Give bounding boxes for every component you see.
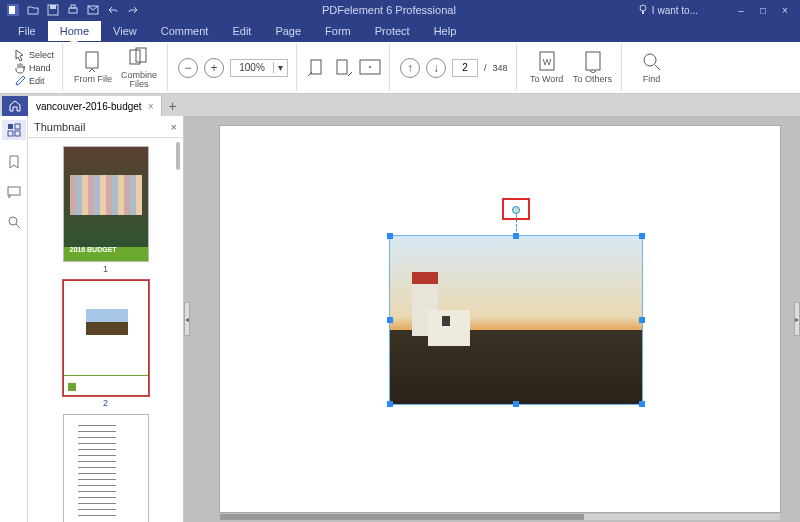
- menu-help[interactable]: Help: [422, 21, 469, 41]
- i-want-to-button[interactable]: I want to...: [638, 4, 698, 16]
- thumbnail-panel-header: Thumbnail ×: [28, 116, 183, 138]
- resize-handle-bc[interactable]: [513, 401, 519, 407]
- resize-handle-bl[interactable]: [387, 401, 393, 407]
- resize-handle-tl[interactable]: [387, 233, 393, 239]
- menu-comment[interactable]: Comment: [149, 21, 221, 41]
- select-tool-button[interactable]: Select: [14, 49, 54, 61]
- horizontal-scrollbar[interactable]: [220, 514, 780, 520]
- menu-edit[interactable]: Edit: [220, 21, 263, 41]
- collapse-panel-left-button[interactable]: ◂: [184, 302, 190, 336]
- next-page-button[interactable]: ↓: [426, 58, 446, 78]
- to-word-label: To Word: [530, 75, 563, 84]
- selected-image-object[interactable]: [390, 236, 642, 404]
- svg-rect-9: [86, 52, 98, 68]
- zoom-out-button[interactable]: −: [178, 58, 198, 78]
- ribbon-toolbar: Select Hand Edit From File Combine Files…: [0, 42, 800, 94]
- hand-tool-button[interactable]: Hand: [14, 62, 54, 74]
- thumbnail-page-1[interactable]: 2016 BUDGET 1: [63, 146, 149, 274]
- resize-handle-tr[interactable]: [639, 233, 645, 239]
- new-tab-button[interactable]: +: [162, 96, 182, 116]
- actual-size-button[interactable]: [359, 59, 381, 77]
- svg-rect-5: [71, 5, 75, 8]
- lighthouse-image[interactable]: [390, 236, 642, 404]
- search-icon: [641, 51, 663, 73]
- search-panel-button[interactable]: [6, 214, 22, 230]
- to-others-label: To Others: [573, 75, 612, 84]
- i-want-to-label: I want to...: [652, 5, 698, 16]
- redo-icon[interactable]: [126, 3, 140, 17]
- document-tab-bar: vancouver-2016-budget × +: [0, 94, 800, 116]
- app-logo-icon: [6, 3, 20, 17]
- lightbulb-icon: [638, 4, 648, 16]
- thumbnail-panel-title: Thumbnail: [34, 121, 85, 133]
- ribbon-group-zoom: − + 100%▾: [170, 44, 297, 91]
- title-bar: PDFelement 6 Professional I want to... –…: [0, 0, 800, 20]
- resize-handle-tc[interactable]: [513, 233, 519, 239]
- print-icon[interactable]: [66, 3, 80, 17]
- menu-page[interactable]: Page: [263, 21, 313, 41]
- hand-label: Hand: [29, 63, 51, 73]
- to-word-icon: W: [536, 51, 558, 73]
- menu-file[interactable]: File: [6, 21, 48, 41]
- mail-icon[interactable]: [86, 3, 100, 17]
- svg-rect-20: [8, 124, 13, 129]
- combine-files-button[interactable]: Combine Files: [119, 45, 159, 91]
- from-file-icon: [82, 51, 104, 73]
- combine-files-icon: [128, 47, 150, 69]
- rotate-handle[interactable]: [512, 206, 520, 214]
- save-icon[interactable]: [46, 3, 60, 17]
- collapse-panel-right-button[interactable]: ▸: [794, 302, 800, 336]
- maximize-button[interactable]: □: [754, 5, 772, 16]
- from-file-label: From File: [74, 75, 112, 84]
- to-others-button[interactable]: To Others: [573, 45, 613, 91]
- page-view[interactable]: [220, 126, 780, 512]
- svg-rect-8: [642, 11, 644, 14]
- horizontal-scrollbar-thumb[interactable]: [220, 514, 584, 520]
- thumbnail-page-3[interactable]: 3: [63, 414, 149, 522]
- minimize-button[interactable]: –: [732, 5, 750, 16]
- fit-page-button[interactable]: [307, 58, 327, 78]
- to-word-button[interactable]: WTo Word: [527, 45, 567, 91]
- comment-panel-button[interactable]: [6, 184, 22, 200]
- thumbnail-panel-close-button[interactable]: ×: [171, 121, 177, 133]
- page-number-input[interactable]: [452, 59, 478, 77]
- zoom-level-dropdown[interactable]: 100%▾: [230, 59, 288, 77]
- page-total: 348: [493, 63, 508, 73]
- thumbnail-page-2[interactable]: 2: [63, 280, 149, 408]
- resize-handle-mr[interactable]: [639, 317, 645, 323]
- svg-rect-22: [8, 131, 13, 136]
- resize-handle-ml[interactable]: [387, 317, 393, 323]
- ribbon-group-selection: Select Hand Edit: [6, 44, 63, 91]
- to-others-icon: [582, 51, 604, 73]
- open-icon[interactable]: [26, 3, 40, 17]
- main-area: Thumbnail × 2016 BUDGET 1 2 3: [0, 116, 800, 522]
- page-sep: /: [484, 63, 487, 73]
- menu-home[interactable]: Home: [48, 21, 101, 41]
- from-file-button[interactable]: From File: [73, 45, 113, 91]
- close-tab-button[interactable]: ×: [148, 101, 154, 112]
- find-button[interactable]: Find: [632, 45, 672, 91]
- resize-handle-br[interactable]: [639, 401, 645, 407]
- close-button[interactable]: ×: [776, 5, 794, 16]
- document-tab[interactable]: vancouver-2016-budget ×: [28, 96, 162, 116]
- thumbnail-list[interactable]: 2016 BUDGET 1 2 3: [28, 138, 183, 522]
- thumbnail-panel: Thumbnail × 2016 BUDGET 1 2 3: [28, 116, 184, 522]
- menu-view[interactable]: View: [101, 21, 149, 41]
- prev-page-button[interactable]: ↑: [400, 58, 420, 78]
- zoom-value: 100%: [231, 62, 273, 73]
- menu-form[interactable]: Form: [313, 21, 363, 41]
- menu-protect[interactable]: Protect: [363, 21, 422, 41]
- fit-width-button[interactable]: [333, 58, 353, 78]
- bookmark-panel-button[interactable]: [6, 154, 22, 170]
- zoom-in-button[interactable]: +: [204, 58, 224, 78]
- thumbnail-scrollbar[interactable]: [176, 142, 180, 170]
- home-tab-button[interactable]: [2, 96, 28, 116]
- undo-icon[interactable]: [106, 3, 120, 17]
- document-canvas[interactable]: ◂ ▸: [184, 116, 800, 522]
- edit-tool-button[interactable]: Edit: [14, 75, 54, 87]
- ribbon-group-convert: WTo Word To Others: [519, 44, 622, 91]
- svg-point-25: [9, 217, 17, 225]
- svg-rect-23: [15, 131, 20, 136]
- thumbnail-panel-button[interactable]: [2, 120, 26, 140]
- svg-point-15: [369, 66, 371, 68]
